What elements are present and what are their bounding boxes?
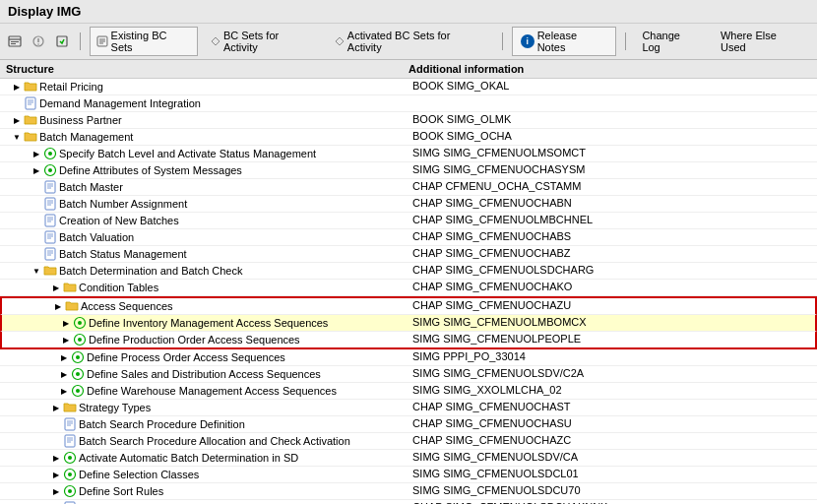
structure-cell: ▼Batch Determination and Batch Check <box>0 263 408 279</box>
node-label: Demand Management Integration <box>39 97 201 109</box>
expand-icon[interactable]: ▶ <box>51 453 61 463</box>
info-cell: SIMG SIMG_CFMENUOLSDV/CA <box>408 450 817 466</box>
svg-point-17 <box>48 152 52 156</box>
svg-rect-24 <box>45 198 55 210</box>
tree-row[interactable]: Batch MasterCHAP CFMENU_OCHA_CSTAMM <box>0 179 817 196</box>
info-cell: SIMG PPPI_PO_33014 <box>408 349 817 365</box>
expand-icon[interactable]: ▶ <box>12 82 22 92</box>
svg-rect-36 <box>45 248 55 260</box>
tree-row[interactable]: Maintain Batch Allocation Strategy Numbe… <box>0 500 817 504</box>
expand-icon[interactable]: ▶ <box>59 369 69 379</box>
expand-icon[interactable]: ▶ <box>53 301 63 311</box>
tree-row[interactable]: Demand Management Integration <box>0 95 817 112</box>
bc-sets-activity-btn[interactable]: BC Sets for Activity <box>204 27 322 56</box>
folder-icon <box>63 281 77 294</box>
tree-row[interactable]: ▶Access SequencesCHAP SIMG_CFMENUOCHAZU <box>0 296 817 315</box>
existing-bc-sets-btn[interactable]: Existing BC Sets <box>90 27 198 56</box>
expand-icon[interactable]: ▼ <box>12 132 22 142</box>
toolbar-separator-2 <box>502 32 503 50</box>
tree-row[interactable]: ▼Batch Determination and Batch CheckCHAP… <box>0 263 817 280</box>
expand-icon[interactable]: ▶ <box>12 115 22 125</box>
tree-row[interactable]: ▶Define Selection ClassesSIMG SIMG_CFMEN… <box>0 467 817 483</box>
structure-cell: Batch Valuation <box>0 229 408 245</box>
activity-icon <box>63 468 77 481</box>
toolbar-icon-1[interactable] <box>6 32 24 50</box>
toolbar-icon-2[interactable] <box>30 32 47 50</box>
tree-row[interactable]: ▶Define Production Order Access Sequence… <box>0 332 817 349</box>
tree-row[interactable]: ▶Condition TablesCHAP SIMG_CFMENUOCHAKO <box>0 280 817 296</box>
expand-icon[interactable]: ▶ <box>51 283 61 292</box>
tree-row[interactable]: Batch Number AssignmentCHAP SIMG_CFMENUO… <box>0 196 817 213</box>
info-cell: CHAP SIMG_CFMENUOCHAKO <box>408 280 817 295</box>
info-cell: SIMG SIMG_CFMENUOLMBOMCX <box>408 315 815 331</box>
expand-icon[interactable]: ▶ <box>61 335 71 345</box>
node-label: Activate Automatic Batch Determination i… <box>79 452 298 464</box>
svg-rect-12 <box>26 97 35 109</box>
node-label: Batch Search Procedure Allocation and Ch… <box>79 435 350 447</box>
doc-icon <box>43 180 57 194</box>
svg-rect-20 <box>45 181 55 193</box>
structure-cell: Batch Search Procedure Definition <box>0 416 408 432</box>
info-cell: CHAP SIMG_CFMENUOCHAZU <box>408 298 815 314</box>
activated-bc-sets-btn[interactable]: Activated BC Sets for Activity <box>328 27 493 56</box>
tree-row[interactable]: ▶Define Warehouse Management Access Sequ… <box>0 383 817 400</box>
tree-row[interactable]: ▶Activate Automatic Batch Determination … <box>0 450 817 467</box>
where-used-btn[interactable]: Where Else Used <box>714 27 811 56</box>
info-cell: CHAP SIMG_CFMENUOCHABN <box>408 196 817 212</box>
tree-row[interactable]: ▶Strategy TypesCHAP SIMG_CFMENUOCHAST <box>0 400 817 416</box>
structure-cell: Batch Number Assignment <box>0 196 408 212</box>
doc-icon <box>43 247 57 261</box>
expand-icon[interactable]: ▶ <box>51 486 61 496</box>
node-label: Retail Pricing <box>39 81 103 93</box>
tree-row[interactable]: Batch ValuationCHAP SIMG_CFMENUOCHABS <box>0 229 817 246</box>
node-label: Define Sort Rules <box>79 485 163 497</box>
expand-icon[interactable]: ▼ <box>31 266 41 276</box>
tree-row[interactable]: Creation of New BatchesCHAP SIMG_CFMENUO… <box>0 213 817 229</box>
node-label: Creation of New Batches <box>59 215 179 226</box>
expand-icon[interactable]: ▶ <box>31 165 41 175</box>
tree-row[interactable]: ▶Define Process Order Access SequencesSI… <box>0 349 817 366</box>
tree-row[interactable]: ▶Define Sales and Distribution Access Se… <box>0 366 817 383</box>
change-log-btn[interactable]: Change Log <box>635 27 708 56</box>
structure-header: Structure <box>6 63 408 75</box>
info-cell: CHAP SIMG_CFMENUOLMBCHNEL <box>408 213 817 228</box>
tree-row[interactable]: ▶Define Attributes of System MessagesSIM… <box>0 162 817 179</box>
tree-row[interactable]: ▼Batch ManagementBOOK SIMG_OCHA <box>0 129 817 146</box>
tree-row[interactable]: Batch Status ManagementCHAP SIMG_CFMENUO… <box>0 246 817 263</box>
svg-rect-2 <box>11 41 19 42</box>
structure-cell: ▶Define Inventory Management Access Sequ… <box>2 315 408 331</box>
node-label: Batch Search Procedure Definition <box>79 418 245 430</box>
structure-cell: Batch Status Management <box>0 246 408 262</box>
release-notes-btn[interactable]: i Release Notes <box>512 27 617 56</box>
expand-icon[interactable]: ▶ <box>31 149 41 158</box>
expand-icon[interactable]: ▶ <box>51 470 61 479</box>
toolbar: Existing BC Sets BC Sets for Activity Ac… <box>0 24 817 60</box>
node-label: Business Partner <box>39 114 122 126</box>
tree-row[interactable]: ▶Retail PricingBOOK SIMG_OKAL <box>0 79 817 95</box>
info-cell: CHAP SIMG_CFMENUOLSDCHAKNNK <box>408 500 817 504</box>
info-cell: CHAP SIMG_CFMENUOCHAST <box>408 400 817 415</box>
svg-point-45 <box>76 355 80 359</box>
where-used-label: Where Else Used <box>721 30 804 53</box>
structure-cell: ▶Define Sales and Distribution Access Se… <box>0 366 408 382</box>
node-label: Batch Status Management <box>59 248 187 260</box>
tree-row[interactable]: Batch Search Procedure Allocation and Ch… <box>0 433 817 450</box>
tree-row[interactable]: ▶Define Sort RulesSIMG SIMG_CFMENUOLSDCU… <box>0 483 817 500</box>
expand-icon[interactable]: ▶ <box>59 352 69 362</box>
svg-rect-32 <box>45 231 55 243</box>
tree-row[interactable]: Batch Search Procedure DefinitionCHAP SI… <box>0 416 817 433</box>
activity-icon <box>63 484 77 498</box>
toolbar-icon-3[interactable] <box>53 32 71 50</box>
expand-icon[interactable]: ▶ <box>61 318 71 328</box>
node-label: Strategy Types <box>79 402 151 413</box>
expand-icon[interactable]: ▶ <box>59 386 69 396</box>
structure-cell: ▼Batch Management <box>0 129 408 145</box>
activity-icon <box>71 350 85 364</box>
tree-row[interactable]: ▶Define Inventory Management Access Sequ… <box>0 315 817 332</box>
tree-row[interactable]: ▶Specify Batch Level and Activate Status… <box>0 146 817 162</box>
expand-icon[interactable]: ▶ <box>51 403 61 412</box>
tree-row[interactable]: ▶Business PartnerBOOK SIMG_OLMK <box>0 112 817 129</box>
folder-icon <box>43 264 57 278</box>
node-label: Batch Management <box>39 131 133 143</box>
svg-point-43 <box>78 338 82 342</box>
